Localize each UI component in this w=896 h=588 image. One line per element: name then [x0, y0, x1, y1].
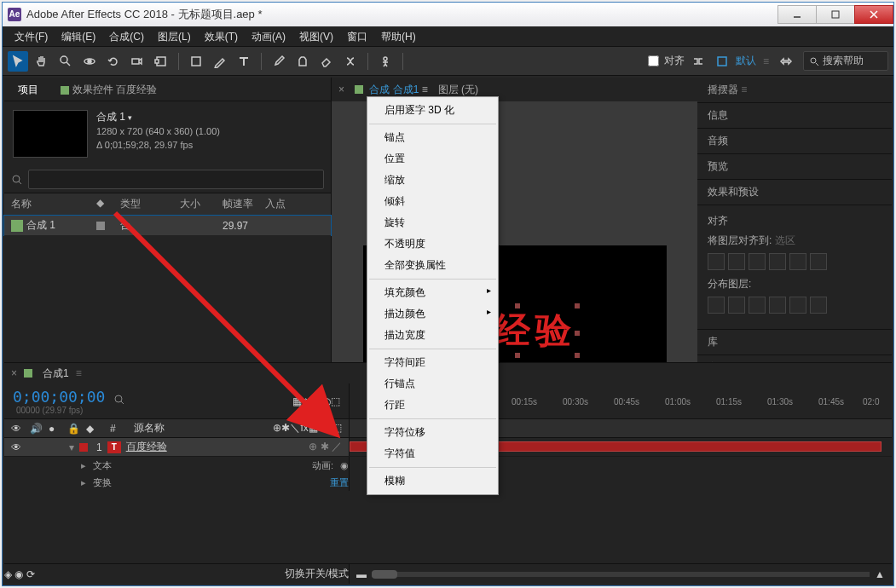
panel-info[interactable]: 信息	[697, 103, 892, 129]
menu-window[interactable]: 窗口	[340, 26, 374, 47]
comp-viewer-tab[interactable]: 合成 合成1 ≡	[355, 83, 428, 97]
dist-3[interactable]	[749, 297, 766, 314]
snap3-icon[interactable]	[712, 51, 732, 72]
help-search[interactable]: 搜索帮助	[803, 51, 888, 71]
panel-wiggler[interactable]: 摇摆器	[697, 78, 892, 103]
dist-5[interactable]	[789, 297, 806, 314]
src-name-col[interactable]: 源名称	[134, 421, 165, 435]
col-type[interactable]: 类型	[120, 197, 180, 211]
fx-icon[interactable]: fx	[315, 395, 322, 407]
graph-icon[interactable]: ◈	[302, 395, 309, 407]
ctx-all-transform[interactable]: 全部变换属性	[367, 255, 498, 276]
align-vcenter-icon[interactable]	[789, 253, 806, 270]
align-bottom-icon[interactable]	[810, 253, 827, 270]
pen-tool[interactable]	[210, 51, 230, 72]
ctx-opacity[interactable]: 不透明度	[367, 233, 498, 255]
zoom-slider[interactable]	[372, 570, 397, 579]
menu-edit[interactable]: 编辑(E)	[55, 26, 102, 47]
menu-help[interactable]: 帮助(H)	[374, 26, 423, 47]
eraser-tool[interactable]	[316, 51, 337, 72]
layer-viewer-tab[interactable]: 图层 (无)	[438, 83, 478, 97]
menu-effect[interactable]: 效果(T)	[198, 26, 245, 47]
col-size[interactable]: 大小	[180, 197, 223, 211]
roto-tool[interactable]	[340, 51, 361, 72]
ctx-scale[interactable]: 缩放	[367, 170, 498, 191]
ctx-rotation[interactable]: 旋转	[367, 212, 498, 233]
align-right-icon[interactable]	[749, 253, 766, 270]
ctx-stroke-width[interactable]: 描边宽度	[367, 325, 498, 346]
menu-layer[interactable]: 图层(L)	[151, 26, 198, 47]
dist-1[interactable]	[708, 297, 725, 314]
rotation-tool[interactable]	[103, 51, 124, 72]
brush-tool[interactable]	[269, 51, 289, 72]
zoom-tool[interactable]	[55, 51, 76, 72]
ctx-line-spacing[interactable]: 行距	[367, 395, 498, 416]
layer-name[interactable]: 百度经验	[126, 440, 167, 454]
current-timecode[interactable]: 0;00;00;00	[13, 388, 105, 406]
menu-view[interactable]: 视图(V)	[292, 26, 340, 47]
ctx-char-value[interactable]: 字符值	[367, 443, 498, 464]
clone-tool[interactable]	[292, 51, 313, 72]
selection-tool[interactable]	[8, 51, 28, 72]
layer-prop-transform[interactable]: ▸变换 重置	[4, 474, 350, 491]
ctx-blur[interactable]: 模糊	[367, 470, 498, 492]
reset-link[interactable]: 重置	[330, 476, 349, 489]
col-fps[interactable]: 帧速率	[223, 197, 265, 211]
hand-tool[interactable]	[32, 51, 52, 72]
snap2-icon[interactable]	[688, 51, 708, 72]
rect-tool[interactable]	[186, 51, 206, 72]
ctx-skew[interactable]: 倾斜	[367, 191, 498, 212]
maximize-button[interactable]	[816, 5, 855, 24]
align-left-icon[interactable]	[708, 253, 725, 270]
col-inpoint[interactable]: 入点	[265, 197, 286, 211]
project-search-input[interactable]	[28, 170, 324, 189]
layer-row-1[interactable]: 👁 ▾ 1 T 百度经验 ⊕ ✱ ／	[4, 438, 350, 456]
workspace-reset-icon[interactable]	[776, 51, 796, 72]
col-tag-icon[interactable]: ◆	[96, 197, 120, 211]
project-item-comp1[interactable]: 合成 1 合 29.97	[4, 216, 331, 235]
toggle-switches[interactable]: 切换开关/模式	[285, 567, 349, 581]
align-to-select[interactable]: 选区	[775, 234, 795, 246]
dist-2[interactable]	[728, 297, 745, 314]
col-name[interactable]: 名称	[11, 197, 96, 211]
orbit-tool[interactable]	[79, 51, 100, 72]
3d-icon[interactable]: ⬚	[331, 395, 340, 407]
comp-mini-icon[interactable]: ▦	[292, 395, 302, 407]
menu-animation[interactable]: 动画(A)	[245, 26, 292, 47]
menu-file[interactable]: 文件(F)	[8, 26, 55, 47]
ctx-enable-3d[interactable]: 启用逐字 3D 化	[367, 100, 498, 121]
snap-checkbox[interactable]	[648, 55, 659, 66]
camera-tool[interactable]	[127, 51, 147, 72]
dist-6[interactable]	[810, 297, 827, 314]
layer-prop-text[interactable]: ▸文本 动画:◉	[4, 457, 350, 474]
kf-nav-icon[interactable]: ◈ ◉ ⟳	[4, 568, 35, 580]
ctx-fill-color[interactable]: 填充颜色	[367, 282, 498, 303]
dist-4[interactable]	[769, 297, 786, 314]
minimize-button[interactable]	[777, 5, 817, 24]
anchor-tool[interactable]	[151, 51, 171, 72]
timeline-tab[interactable]: 合成1	[43, 366, 69, 381]
ctx-char-offset[interactable]: 字符位移	[367, 422, 498, 443]
eye-toggle[interactable]: 👁	[11, 441, 21, 453]
panel-preview[interactable]: 预览	[697, 154, 892, 180]
zoom-out-icon[interactable]: ▬	[356, 568, 367, 580]
comp-name[interactable]: 合成 1	[96, 110, 220, 124]
menu-comp[interactable]: 合成(C)	[102, 26, 151, 47]
ctx-stroke-color[interactable]: 描边颜色	[367, 303, 498, 325]
zoom-in-icon[interactable]: ▲	[875, 568, 885, 580]
ctx-tracking[interactable]: 字符间距	[367, 352, 498, 373]
search-icon[interactable]	[113, 394, 125, 406]
panel-align[interactable]: 对齐	[708, 214, 882, 228]
project-tab[interactable]: 项目	[11, 79, 45, 101]
panel-effects-presets[interactable]: 效果和预设	[697, 180, 892, 205]
align-hcenter-icon[interactable]	[728, 253, 745, 270]
moblur-icon[interactable]: ◐	[322, 395, 331, 407]
panel-libraries[interactable]: 库	[697, 330, 892, 355]
ctx-anchor[interactable]: 锚点	[367, 127, 498, 148]
align-top-icon[interactable]	[769, 253, 786, 270]
animate-menu[interactable]: 动画:	[312, 459, 333, 472]
ctx-position[interactable]: 位置	[367, 148, 498, 170]
puppet-tool[interactable]	[375, 51, 396, 72]
workspace-label[interactable]: 默认	[736, 54, 756, 68]
ctx-line-anchor[interactable]: 行锚点	[367, 373, 498, 395]
